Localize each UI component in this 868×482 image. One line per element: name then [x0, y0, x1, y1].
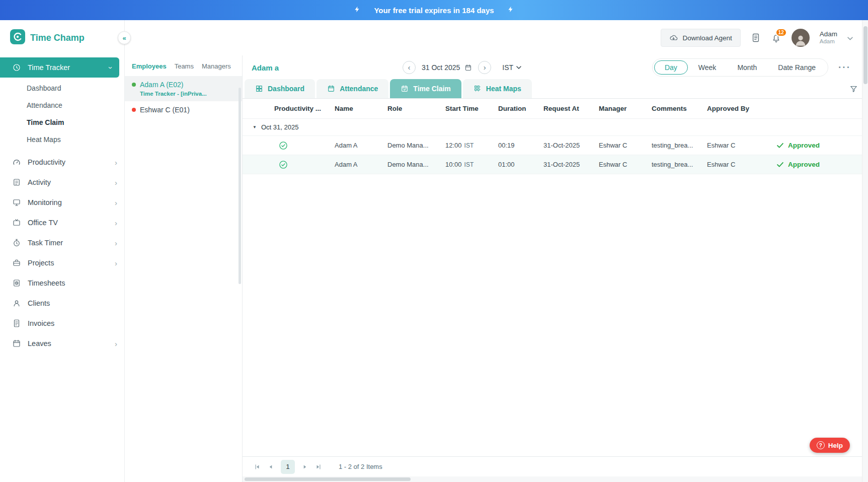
column-header-request-at[interactable]: Request At	[539, 105, 595, 112]
tv-icon	[12, 218, 21, 227]
employee-name: Eshwar C (E01)	[140, 106, 190, 114]
vertical-scrollbar[interactable]	[862, 20, 868, 482]
more-options-icon[interactable]: ···	[838, 62, 851, 73]
sidebar-item-productivity[interactable]: Productivity ›	[0, 152, 124, 172]
previous-day-button[interactable]: ‹	[403, 61, 416, 74]
stopwatch-icon	[12, 238, 21, 247]
employee-list-item[interactable]: Adam A (E02) Time Tracker - [inPriva...	[125, 76, 242, 101]
date-value: 31 Oct 2025	[422, 63, 460, 72]
help-button[interactable]: ? Help	[810, 438, 850, 453]
pagination-previous-button[interactable]	[267, 463, 274, 470]
vertical-scrollbar-thumb[interactable]	[863, 26, 867, 84]
sidebar-item-office-tv[interactable]: Office TV ›	[0, 213, 124, 233]
lightning-icon	[354, 5, 361, 15]
chevron-down-icon[interactable]	[847, 33, 853, 42]
cell-role: Demo Mana...	[383, 161, 441, 168]
sidebar-item-projects[interactable]: Projects ›	[0, 253, 124, 273]
tab-label: Attendance	[340, 85, 378, 93]
column-header-productivity[interactable]: Productivity ...	[270, 105, 331, 112]
filter-icon[interactable]	[849, 85, 858, 93]
table-header-row: Productivity ... Name Role Start Time Du…	[243, 99, 868, 119]
horizontal-scrollbar-thumb[interactable]	[245, 477, 411, 481]
sidebar-item-label: Office TV	[28, 219, 58, 227]
range-date-range-button[interactable]: Date Range	[767, 60, 826, 75]
date-navigation: ‹ 31 Oct 2025 › IST	[403, 61, 521, 74]
lightning-icon	[507, 5, 514, 15]
pagination-page-1[interactable]: 1	[281, 460, 295, 474]
employee-panel-scrollbar[interactable]	[239, 88, 241, 284]
table-row[interactable]: Adam A Demo Mana... 12:00IST 00:19 31-Oc…	[243, 136, 868, 155]
employee-list-item[interactable]: Eshwar C (E01)	[125, 101, 242, 118]
reports-button[interactable]	[751, 33, 761, 43]
range-week-button[interactable]: Week	[688, 60, 727, 75]
sidebar-item-heat-maps[interactable]: Heat Maps	[0, 131, 124, 148]
collapse-caret-icon: ▼	[253, 125, 257, 129]
status-badge: Approved	[763, 161, 868, 168]
sidebar-item-label: Timesheets	[28, 279, 65, 287]
heat-map-icon	[474, 85, 482, 93]
column-header-comments[interactable]: Comments	[648, 105, 703, 112]
column-header-manager[interactable]: Manager	[595, 105, 648, 112]
sidebar-item-time-claim[interactable]: Time Claim	[0, 114, 124, 131]
notification-count-badge: 12	[775, 28, 787, 37]
pagination-next-button[interactable]	[301, 463, 308, 470]
avatar[interactable]	[792, 29, 810, 47]
help-label: Help	[828, 442, 843, 449]
main-tabs: Dashboard Attendance Time Claim Heat Map…	[243, 80, 868, 99]
sidebar: Time Champ « Time Tracker › Dashboard At…	[0, 20, 125, 482]
calendar-check-icon	[401, 85, 409, 93]
sidebar-item-clients[interactable]: Clients	[0, 293, 124, 313]
tab-time-claim[interactable]: Time Claim	[390, 79, 461, 98]
tab-managers[interactable]: Managers	[202, 62, 231, 70]
subnav-label: Heat Maps	[27, 135, 61, 144]
column-header-duration[interactable]: Duration	[494, 105, 539, 112]
notifications-button[interactable]: 12	[771, 33, 781, 43]
column-header-start-time[interactable]: Start Time	[441, 105, 494, 112]
activity-list-icon	[12, 178, 21, 187]
sidebar-item-leaves[interactable]: Leaves ›	[0, 333, 124, 354]
sidebar-nav: Time Tracker › Dashboard Attendance Time…	[0, 55, 124, 354]
user-menu[interactable]: Adam Adam	[820, 30, 837, 45]
table-row[interactable]: Adam A Demo Mana... 10:00IST 01:00 31-Oc…	[243, 155, 868, 174]
cell-role: Demo Mana...	[383, 142, 441, 149]
sidebar-item-dashboard[interactable]: Dashboard	[0, 80, 124, 97]
document-icon	[751, 33, 761, 43]
next-day-button[interactable]: ›	[478, 61, 491, 74]
sidebar-item-monitoring[interactable]: Monitoring ›	[0, 192, 124, 213]
tab-label: Heat Maps	[486, 85, 521, 93]
tab-dashboard[interactable]: Dashboard	[245, 79, 315, 98]
sidebar-item-attendance[interactable]: Attendance	[0, 97, 124, 114]
sidebar-item-invoices[interactable]: Invoices	[0, 313, 124, 333]
horizontal-scrollbar[interactable]	[243, 476, 868, 482]
sidebar-item-task-timer[interactable]: Task Timer ›	[0, 233, 124, 253]
download-agent-button[interactable]: Download Agent	[661, 29, 740, 47]
column-header-approved-by[interactable]: Approved By	[703, 105, 763, 112]
pagination-first-button[interactable]	[254, 463, 261, 470]
tab-attendance[interactable]: Attendance	[317, 79, 388, 98]
sidebar-item-time-tracker[interactable]: Time Tracker ›	[0, 57, 119, 78]
table-group-row[interactable]: ▼ Oct 31, 2025	[243, 119, 868, 136]
dashboard-grid-icon	[255, 85, 263, 93]
range-day-button[interactable]: Day	[654, 60, 688, 75]
range-switcher: Day Week Month Date Range	[652, 58, 828, 77]
date-picker[interactable]: 31 Oct 2025	[422, 63, 472, 72]
sidebar-item-activity[interactable]: Activity ›	[0, 172, 124, 192]
sidebar-item-label: Projects	[28, 259, 54, 267]
brand-name: Time Champ	[30, 33, 85, 43]
pagination-summary: 1 - 2 of 2 Items	[339, 463, 382, 470]
sidebar-item-timesheets[interactable]: Timesheets	[0, 273, 124, 293]
tab-heat-maps[interactable]: Heat Maps	[463, 79, 532, 98]
sidebar-collapse-button[interactable]: «	[118, 31, 131, 44]
chevron-down-icon	[516, 66, 521, 69]
pagination-last-button[interactable]	[315, 463, 322, 470]
chevron-right-icon: ›	[115, 198, 117, 207]
range-month-button[interactable]: Month	[727, 60, 767, 75]
employee-panel: Employees Teams Managers Adam A (E02) Ti…	[125, 55, 243, 482]
column-header-name[interactable]: Name	[331, 105, 383, 112]
tab-teams[interactable]: Teams	[175, 62, 194, 70]
tab-employees[interactable]: Employees	[132, 62, 167, 70]
timezone-select[interactable]: IST	[502, 63, 521, 72]
sidebar-item-label: Productivity	[28, 158, 65, 166]
cell-name: Adam A	[331, 161, 383, 168]
column-header-role[interactable]: Role	[383, 105, 441, 112]
